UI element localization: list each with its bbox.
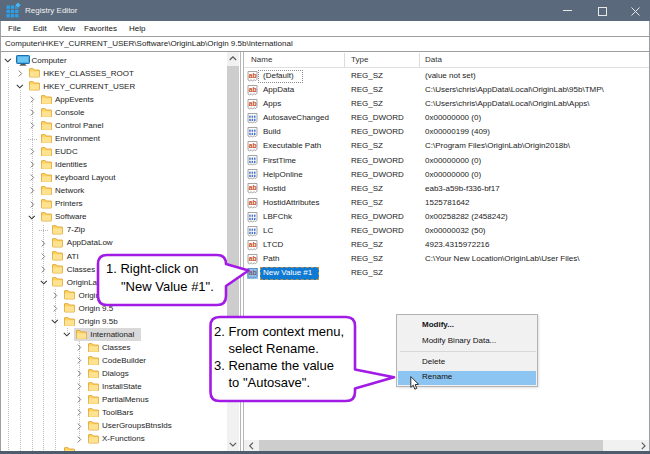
- svg-text:ab: ab: [249, 142, 257, 149]
- svg-text:ab: ab: [249, 72, 257, 79]
- svg-text:ab: ab: [249, 100, 257, 107]
- svg-text:ab: ab: [249, 86, 257, 93]
- svg-text:ab: ab: [249, 185, 257, 192]
- svg-text:ab: ab: [249, 199, 257, 206]
